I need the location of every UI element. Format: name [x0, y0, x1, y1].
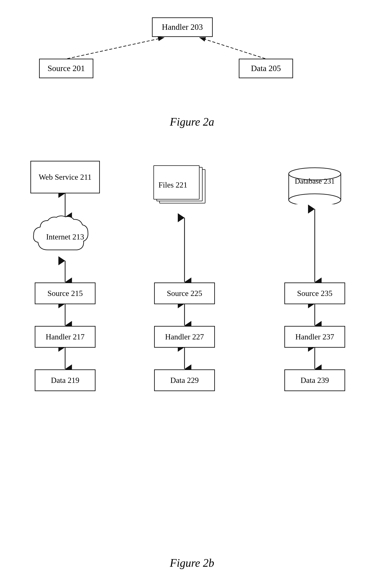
data-219-box: Data 219: [35, 369, 96, 391]
handler-217-label: Handler 217: [46, 332, 85, 342]
source-201-label: Source 201: [48, 63, 85, 73]
fig2a-title: Figure 2a: [170, 115, 214, 128]
source201-to-handler203-arrow: [67, 38, 164, 59]
fig2b-arrows: [0, 148, 384, 578]
data-205-box: Data 205: [239, 59, 293, 78]
handler-227-label: Handler 227: [165, 332, 204, 342]
handler-217-box: Handler 217: [35, 326, 96, 348]
webservice-211-label: Web Service 211: [39, 172, 92, 182]
data-239-box: Data 239: [284, 369, 345, 391]
handler-203-box: Handler 203: [152, 17, 213, 37]
internet-213-container: Internet 213: [30, 215, 100, 259]
source-225-box: Source 225: [154, 282, 215, 304]
database-231-container: Database 231: [284, 165, 345, 204]
data-229-box: Data 229: [154, 369, 215, 391]
webservice-211-box: Web Service 211: [30, 161, 100, 193]
figure-2b: Web Service 211 Internet 213 Source 215 …: [0, 148, 384, 578]
svg-point-9: [289, 194, 341, 204]
handler-227-box: Handler 227: [154, 326, 215, 348]
data-239-label: Data 239: [301, 376, 329, 385]
handler-237-label: Handler 237: [295, 332, 334, 342]
source-235-box: Source 235: [284, 282, 345, 304]
database-231-label: Database 231: [295, 177, 335, 185]
source-215-box: Source 215: [35, 282, 96, 304]
source-201-box: Source 201: [39, 59, 93, 78]
data-205-label: Data 205: [251, 63, 281, 73]
handler-203-label: Handler 203: [162, 22, 203, 32]
source-225-label: Source 225: [167, 289, 202, 298]
source-215-label: Source 215: [48, 289, 83, 298]
source-235-label: Source 235: [297, 289, 333, 298]
handler-237-box: Handler 237: [284, 326, 345, 348]
files-221-container: Files 221: [152, 165, 217, 209]
internet-213-label: Internet 213: [46, 232, 84, 241]
data205-to-handler203-arrow: [200, 38, 265, 59]
fig2b-title: Figure 2b: [170, 556, 214, 569]
data-229-label: Data 229: [170, 376, 199, 385]
figure-2a: Handler 203 Source 201 Data 205 Figure 2…: [0, 9, 384, 135]
files-221-label: Files 221: [158, 180, 187, 189]
data-219-label: Data 219: [51, 376, 79, 385]
